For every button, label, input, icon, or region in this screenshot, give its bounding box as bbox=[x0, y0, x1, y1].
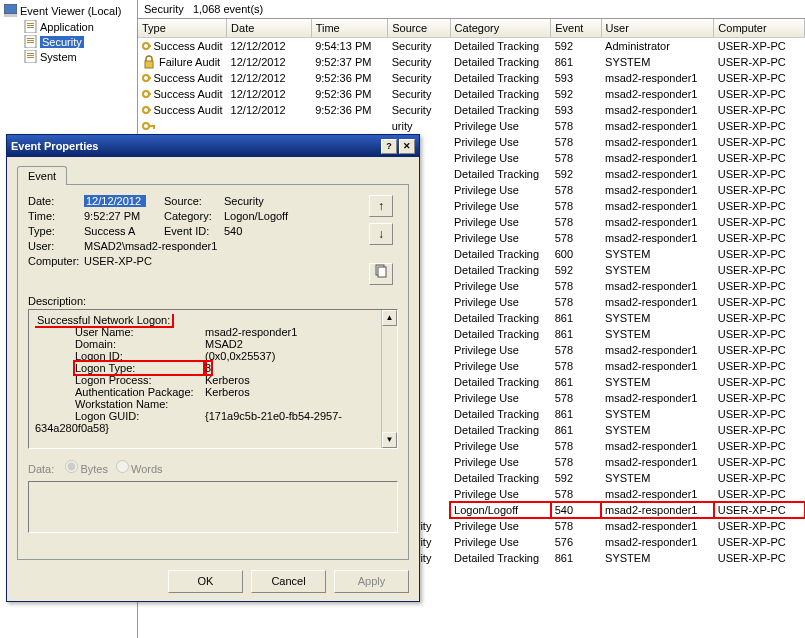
svg-rect-12 bbox=[27, 55, 34, 56]
col-header[interactable]: Computer bbox=[714, 19, 805, 37]
copy-icon bbox=[374, 264, 388, 278]
tab-event[interactable]: Event bbox=[17, 166, 67, 185]
svg-rect-38 bbox=[378, 267, 386, 277]
svg-rect-29 bbox=[153, 125, 155, 129]
col-header[interactable]: Time bbox=[311, 19, 388, 37]
description-box[interactable]: Successful Network Logon:User Name:msad2… bbox=[28, 309, 398, 449]
svg-rect-22 bbox=[148, 93, 151, 95]
tree-item-application[interactable]: Application bbox=[0, 19, 137, 34]
col-header[interactable]: Date bbox=[227, 19, 312, 37]
table-row[interactable]: Success Audit12/12/20129:52:36 PMSecurit… bbox=[138, 86, 805, 102]
key-icon bbox=[142, 71, 151, 85]
lbl-comp: Computer: bbox=[28, 255, 84, 267]
val-source: Security bbox=[224, 195, 264, 207]
col-header[interactable]: Event bbox=[551, 19, 601, 37]
desc-header: Successful Network Logon: bbox=[35, 314, 172, 326]
svg-rect-5 bbox=[27, 27, 34, 28]
svg-rect-8 bbox=[27, 40, 34, 41]
tree-root-label: Event Viewer (Local) bbox=[20, 5, 121, 17]
cancel-button[interactable]: Cancel bbox=[251, 570, 326, 593]
lbl-source: Source: bbox=[164, 195, 224, 207]
tree-root[interactable]: Event Viewer (Local) bbox=[0, 2, 137, 19]
tree-item-system[interactable]: System bbox=[0, 49, 137, 64]
up-arrow-button[interactable]: ↑ bbox=[369, 195, 393, 217]
lock-icon bbox=[142, 55, 156, 69]
list-header: Security 1,068 event(s) bbox=[138, 0, 805, 19]
val-time: 9:52:27 PM bbox=[84, 210, 164, 222]
log-icon bbox=[24, 50, 37, 63]
svg-rect-19 bbox=[148, 77, 151, 79]
val-comp: USER-XP-PC bbox=[84, 255, 152, 267]
key-icon bbox=[142, 87, 151, 101]
svg-rect-9 bbox=[27, 42, 34, 43]
key-icon bbox=[142, 103, 151, 117]
down-arrow-button[interactable]: ↓ bbox=[369, 223, 393, 245]
dialog-titlebar[interactable]: Event Properties ? ✕ bbox=[7, 135, 419, 157]
col-header[interactable]: Source bbox=[388, 19, 450, 37]
radio-bytes bbox=[65, 460, 78, 473]
svg-rect-7 bbox=[27, 38, 34, 39]
key-icon bbox=[142, 39, 151, 53]
computer-icon bbox=[4, 4, 17, 17]
col-header[interactable]: Type bbox=[138, 19, 227, 37]
svg-rect-13 bbox=[27, 57, 34, 58]
ok-button[interactable]: OK bbox=[168, 570, 243, 593]
table-row[interactable]: Success Audit12/12/20129:52:36 PMSecurit… bbox=[138, 70, 805, 86]
svg-rect-4 bbox=[27, 25, 34, 26]
scroll-down-button[interactable]: ▼ bbox=[382, 432, 397, 448]
lbl-type: Type: bbox=[28, 225, 84, 237]
scrollbar[interactable]: ▲ ▼ bbox=[381, 310, 397, 448]
copy-button[interactable] bbox=[369, 263, 393, 285]
dialog-title: Event Properties bbox=[11, 140, 98, 152]
list-title: Security bbox=[144, 3, 184, 15]
col-header[interactable]: Category bbox=[450, 19, 551, 37]
svg-rect-2 bbox=[25, 20, 36, 33]
list-count: 1,068 event(s) bbox=[193, 3, 263, 15]
val-type: Success A bbox=[84, 225, 164, 237]
val-eventid: 540 bbox=[224, 225, 242, 237]
key-icon bbox=[142, 119, 156, 133]
table-row[interactable]: Success Audit12/12/20129:54:13 PMSecurit… bbox=[138, 37, 805, 54]
val-date: 12/12/2012 bbox=[84, 195, 146, 207]
lbl-date: Date: bbox=[28, 195, 84, 207]
lbl-time: Time: bbox=[28, 210, 84, 222]
log-icon bbox=[24, 35, 37, 48]
col-header[interactable]: User bbox=[601, 19, 714, 37]
lbl-user: User: bbox=[28, 240, 84, 252]
svg-rect-25 bbox=[148, 109, 151, 111]
svg-rect-10 bbox=[25, 50, 36, 63]
event-properties-dialog: Event Properties ? ✕ Event Date: 12/12/2… bbox=[6, 134, 420, 602]
val-cat: Logon/Logoff bbox=[224, 210, 288, 222]
table-row[interactable]: Failure Audit12/12/20129:52:37 PMSecurit… bbox=[138, 54, 805, 70]
tree-item-security[interactable]: Security bbox=[0, 34, 137, 49]
svg-rect-3 bbox=[27, 23, 34, 24]
lbl-cat: Category: bbox=[164, 210, 224, 222]
svg-rect-0 bbox=[4, 4, 17, 14]
apply-button[interactable]: Apply bbox=[334, 570, 409, 593]
scroll-up-button[interactable]: ▲ bbox=[382, 310, 397, 326]
radio-words bbox=[116, 460, 129, 473]
data-box bbox=[28, 481, 398, 533]
svg-rect-15 bbox=[148, 45, 151, 47]
svg-rect-11 bbox=[27, 53, 34, 54]
table-row[interactable]: urityPrivilege Use578msad2-responder1USE… bbox=[138, 118, 805, 134]
val-user: MSAD2\msad2-responder1 bbox=[84, 240, 217, 252]
svg-rect-6 bbox=[25, 35, 36, 48]
close-button[interactable]: ✕ bbox=[399, 139, 415, 154]
help-button[interactable]: ? bbox=[381, 139, 397, 154]
data-row: Data: Bytes Words bbox=[28, 457, 398, 475]
log-icon bbox=[24, 20, 37, 33]
svg-rect-17 bbox=[145, 61, 153, 68]
lbl-description: Description: bbox=[28, 295, 398, 307]
svg-rect-1 bbox=[4, 14, 17, 17]
table-row[interactable]: Success Audit12/12/20129:52:36 PMSecurit… bbox=[138, 102, 805, 118]
lbl-eventid: Event ID: bbox=[164, 225, 224, 237]
